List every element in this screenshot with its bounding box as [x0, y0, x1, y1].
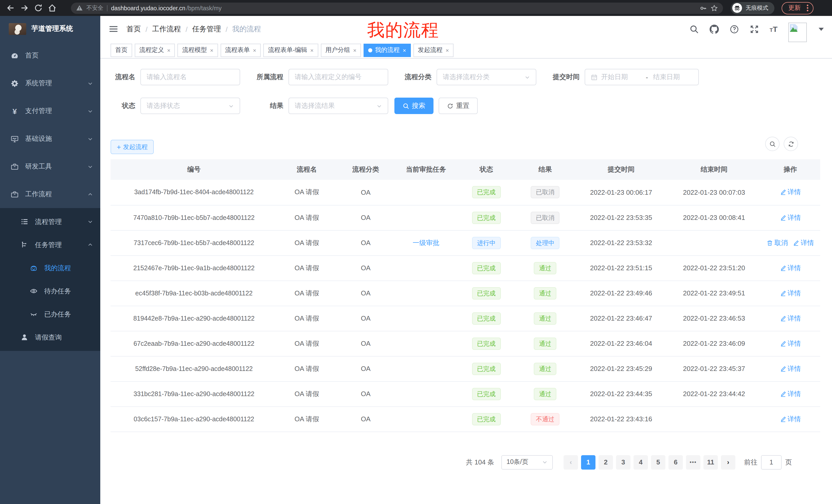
font-size-icon[interactable]: TT: [770, 25, 778, 33]
task-link[interactable]: 一级审批: [413, 239, 439, 246]
close-icon[interactable]: ×: [210, 47, 213, 53]
avatar-caret-icon[interactable]: [818, 27, 824, 31]
result-select[interactable]: 请选择流结果: [288, 97, 388, 114]
tab-用户分组[interactable]: 用户分组×: [321, 44, 361, 57]
browser-toolbar: 不安全 dashboard.yudao.iocoder.cn/bpm/task/…: [0, 0, 832, 16]
cancel-action-link[interactable]: 取消: [767, 238, 788, 247]
pagination-page-4[interactable]: 4: [633, 455, 648, 469]
bookmark-star-icon[interactable]: [711, 4, 718, 11]
status-select[interactable]: 请选择状态: [140, 97, 240, 114]
sidebar-item-基础设施[interactable]: 基础设施: [0, 125, 100, 152]
detail-action-link[interactable]: 详情: [780, 389, 801, 398]
filter-label: 提交时间: [543, 73, 585, 82]
sidebar-item-已办任务[interactable]: 已办任务: [0, 303, 100, 326]
goto-page-input[interactable]: 1: [761, 455, 782, 469]
tab-流程定义[interactable]: 流程定义×: [135, 44, 175, 57]
sidebar-item-我的流程[interactable]: 我的流程: [0, 256, 100, 279]
detail-action-link[interactable]: 详情: [780, 188, 801, 197]
sidebar-item-首页[interactable]: 首页: [0, 41, 100, 69]
search-button[interactable]: 搜索: [394, 97, 434, 114]
breadcrumb-separator: /: [186, 25, 188, 33]
pagination-goto: 前往 1 页: [744, 455, 792, 469]
browser-update-button[interactable]: 更新: [782, 2, 813, 14]
detail-action-link[interactable]: 详情: [780, 213, 801, 222]
not-secure-warning-icon[interactable]: [76, 5, 83, 11]
breadcrumb: 首页/工作流程/任务管理/我的流程: [127, 24, 261, 34]
pagination-page-2[interactable]: 2: [599, 455, 613, 469]
pagination-page-11[interactable]: 11: [703, 455, 718, 469]
pagination-page-5[interactable]: 5: [651, 455, 666, 469]
avatar[interactable]: [788, 22, 807, 42]
parent-process-input[interactable]: 请输入流程定义的编号: [288, 69, 388, 85]
close-icon[interactable]: ×: [253, 47, 256, 53]
sidebar-item-系统管理[interactable]: 系统管理: [0, 69, 100, 97]
eye-icon: [30, 287, 37, 295]
tab-流程表单-编辑[interactable]: 流程表单-编辑×: [263, 44, 318, 57]
table-search-button[interactable]: [765, 137, 780, 151]
process-name-input[interactable]: 请输入流程名: [140, 69, 240, 85]
close-icon[interactable]: ×: [167, 47, 171, 53]
status-badge: 已完成: [472, 186, 501, 199]
pagination-page-3[interactable]: 3: [616, 455, 630, 469]
pagination-next-button[interactable]: ›: [721, 455, 735, 469]
url-path[interactable]: /bpm/task/my: [186, 5, 222, 11]
password-key-icon[interactable]: [700, 4, 707, 11]
detail-action-link[interactable]: 详情: [780, 364, 801, 373]
back-icon[interactable]: [6, 4, 15, 12]
tab-流程表单[interactable]: 流程表单×: [220, 44, 261, 57]
reload-icon[interactable]: [34, 4, 43, 12]
tab-流程模型[interactable]: 流程模型×: [178, 44, 218, 57]
close-icon[interactable]: ×: [402, 47, 406, 53]
detail-action-link[interactable]: 详情: [780, 339, 801, 348]
detail-action-link[interactable]: 详情: [780, 288, 801, 298]
detail-action-link[interactable]: 详情: [793, 238, 814, 247]
close-icon[interactable]: ×: [310, 47, 314, 53]
sidebar-item-研发工具[interactable]: 研发工具: [0, 152, 100, 180]
hamburger-icon[interactable]: [109, 25, 118, 33]
github-icon[interactable]: [709, 24, 719, 34]
browser-menu-icon[interactable]: [807, 5, 808, 11]
detail-action-link[interactable]: 详情: [780, 414, 801, 424]
fullscreen-icon[interactable]: [750, 24, 759, 34]
category-select[interactable]: 请选择流程分类: [437, 69, 536, 85]
table-refresh-button[interactable]: [784, 137, 798, 151]
create-process-button[interactable]: + 发起流程: [110, 140, 154, 154]
sidebar-item-任务管理[interactable]: 任务管理: [0, 233, 100, 256]
pagination-prev-button[interactable]: ‹: [564, 455, 578, 469]
tab-我的流程[interactable]: 我的流程×: [364, 44, 411, 57]
sidebar-item-待办任务[interactable]: 待办任务: [0, 279, 100, 303]
page-size-select[interactable]: 10条/页: [501, 455, 553, 469]
detail-action-link[interactable]: 详情: [780, 314, 801, 323]
home-icon[interactable]: [48, 4, 57, 12]
search-icon[interactable]: [689, 24, 699, 34]
gear-icon: [11, 79, 19, 87]
breadcrumb-item[interactable]: 工作流程: [152, 24, 181, 34]
tab-首页[interactable]: 首页: [110, 44, 132, 57]
address-bar[interactable]: 不安全 dashboard.yudao.iocoder.cn/bpm/task/…: [71, 2, 723, 13]
tab-发起流程[interactable]: 发起流程×: [413, 44, 453, 57]
process-name-cell: OA 请假: [278, 381, 336, 407]
pagination-page-1[interactable]: 1: [581, 455, 595, 469]
close-icon[interactable]: ×: [353, 47, 357, 53]
pagination-ellipsis[interactable]: •••: [686, 455, 700, 469]
help-icon[interactable]: [729, 24, 739, 34]
pagination-page-6[interactable]: 6: [669, 455, 683, 469]
submit-time-range-picker[interactable]: 开始日期 - 结束日期: [585, 69, 699, 85]
breadcrumb-item[interactable]: 首页: [127, 24, 141, 34]
app-logo-row[interactable]: 芋道管理系统: [0, 16, 100, 41]
url-domain[interactable]: dashboard.yudao.iocoder.cn: [111, 5, 185, 11]
sidebar-item-工作流程[interactable]: 工作流程: [0, 180, 100, 208]
close-icon[interactable]: ×: [446, 47, 449, 53]
sidebar-item-请假查询[interactable]: 请假查询: [0, 326, 100, 349]
sidebar-item-支付管理[interactable]: ¥支付管理: [0, 97, 100, 125]
forward-icon[interactable]: [20, 4, 29, 12]
submit-time-cell: 2022-01-22 23:45:29: [575, 356, 668, 381]
logo-image: [9, 23, 26, 35]
security-label[interactable]: 不安全: [86, 4, 103, 12]
status-badge: 已完成: [472, 388, 501, 400]
breadcrumb-item[interactable]: 任务管理: [192, 24, 221, 34]
reset-button[interactable]: 重置: [439, 97, 478, 114]
sidebar-item-流程管理[interactable]: 流程管理: [0, 210, 100, 233]
detail-action-link[interactable]: 详情: [780, 263, 801, 273]
placeholder-text: 请输入流程定义的编号: [295, 73, 382, 82]
